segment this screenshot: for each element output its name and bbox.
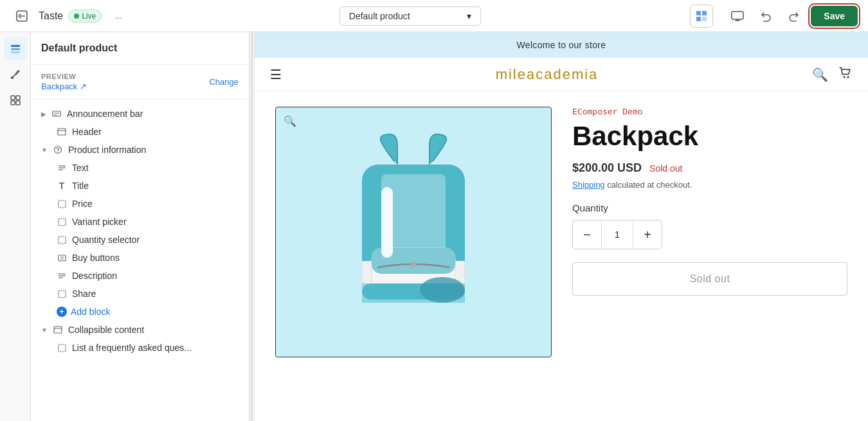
shipping-text: Shipping calculated at checkout. — [572, 180, 847, 190]
buy-buttons-icon — [57, 253, 67, 263]
add-block-label: Add block — [71, 307, 110, 317]
preview-frame: Welcome to our store ☰ mileacademia 🔍 — [255, 32, 868, 421]
resize-handle[interactable] — [249, 32, 255, 421]
more-button[interactable]: ... — [107, 4, 130, 28]
desktop-preview-button[interactable] — [726, 4, 749, 28]
price-icon — [57, 199, 67, 209]
add-block-icon: + — [57, 307, 67, 317]
svg-rect-25 — [59, 237, 66, 244]
svg-rect-13 — [16, 101, 20, 105]
product-section: 🔍 — [255, 91, 868, 373]
sidebar-wrapper: Default product PREVIEW Backpack ↗ Chang… — [0, 32, 249, 421]
sidebar-item-quantity-selector[interactable]: Quantity selector — [31, 231, 249, 249]
quantity-selector-icon — [57, 235, 67, 245]
quantity-increment-button[interactable]: + — [633, 220, 662, 249]
undo-button[interactable] — [754, 4, 777, 28]
sidebar-item-variant-picker[interactable]: Variant picker — [31, 213, 249, 231]
faq-icon — [57, 343, 67, 353]
quantity-control: − 1 + — [572, 220, 662, 249]
product-image — [317, 129, 510, 335]
sidebar-panel: Default product PREVIEW Backpack ↗ Chang… — [31, 32, 249, 421]
svg-point-44 — [411, 262, 416, 267]
quantity-value: 1 — [601, 220, 633, 249]
product-details: EComposer Demo Backpack $200.00 USD Sold… — [572, 107, 847, 357]
store-nav: ☰ mileacademia 🔍 — [255, 58, 868, 91]
svg-point-36 — [844, 76, 845, 78]
svg-rect-45 — [381, 187, 393, 258]
quantity-decrement-button[interactable]: − — [573, 220, 601, 249]
preview-label: PREVIEW — [41, 73, 87, 80]
svg-rect-8 — [11, 51, 20, 53]
sidebar-item-announcement-bar[interactable]: ▶ Announcement bar — [31, 105, 249, 123]
header-icon — [57, 127, 67, 137]
svg-rect-24 — [59, 219, 66, 226]
sidebar-item-text[interactable]: Text — [31, 159, 249, 177]
sidebar-item-price[interactable]: Price — [31, 195, 249, 213]
add-block-button[interactable]: + Add block — [31, 303, 249, 321]
sidebar-item-buy-buttons[interactable]: Buy buttons — [31, 249, 249, 267]
shipping-suffix: calculated at checkout. — [607, 180, 692, 190]
sold-out-button[interactable]: Sold out — [572, 262, 847, 296]
brush-icon-button[interactable] — [4, 63, 27, 86]
sidebar-item-header[interactable]: Header — [31, 123, 249, 141]
logo-text: Taste — [39, 10, 63, 22]
faq-label: List a frequently asked ques... — [72, 343, 192, 353]
top-bar-actions: Save — [726, 4, 858, 28]
buy-buttons-label: Buy buttons — [72, 253, 120, 263]
announcement-bar-label: Announcement bar — [67, 109, 143, 119]
blocks-icon-button[interactable] — [4, 89, 27, 112]
svg-rect-6 — [11, 45, 20, 47]
sidebar-item-title[interactable]: T Title — [31, 177, 249, 195]
zoom-icon[interactable]: 🔍 — [284, 115, 296, 127]
change-button[interactable]: Change — [209, 77, 239, 87]
live-dot — [74, 13, 79, 19]
store-banner-text: Welcome to our store — [517, 40, 606, 50]
product-title: Backpack — [572, 121, 847, 151]
sidebar-item-description[interactable]: Description — [31, 267, 249, 285]
sidebar-item-faq[interactable]: List a frequently asked ques... — [31, 339, 249, 357]
price-text: $200.00 USD — [572, 161, 642, 175]
description-label: Description — [72, 271, 117, 281]
svg-rect-23 — [59, 201, 66, 208]
vendor-name: EComposer Demo — [572, 107, 847, 116]
search-icon[interactable]: 🔍 — [812, 67, 828, 82]
text-label: Text — [72, 163, 89, 173]
collapsible-content-icon — [53, 325, 63, 335]
more-icon: ... — [115, 11, 122, 21]
title-icon: T — [57, 181, 67, 191]
sidebar-content: ▶ Announcement bar — [31, 100, 249, 421]
top-bar: Taste Live ... Default product ▾ — [0, 0, 868, 32]
svg-point-9 — [11, 76, 14, 79]
sidebar-item-collapsible-content[interactable]: ▼ Collapsible content — [31, 321, 249, 339]
svg-rect-33 — [54, 327, 62, 333]
external-link-icon: ↗ — [80, 82, 87, 91]
sidebar-item-product-information[interactable]: ▼ Product information — [31, 141, 249, 159]
announcement-bar-icon — [51, 109, 62, 119]
grid-view-button[interactable] — [690, 4, 713, 28]
sidebar-item-share[interactable]: Share — [31, 285, 249, 303]
product-selector-label: Default product — [349, 11, 410, 21]
variant-picker-label: Variant picker — [72, 217, 127, 227]
store-banner: Welcome to our store — [255, 32, 868, 58]
preview-link[interactable]: Backpack ↗ — [41, 82, 87, 91]
svg-rect-1 — [696, 11, 701, 15]
layers-icon-button[interactable] — [4, 37, 27, 60]
cart-icon[interactable] — [838, 66, 853, 83]
product-info-icon — [53, 145, 63, 155]
title-label: Title — [72, 181, 89, 191]
product-selector[interactable]: Default product ▾ — [339, 6, 481, 26]
svg-rect-32 — [59, 291, 66, 298]
hamburger-icon[interactable]: ☰ — [270, 67, 282, 82]
variant-picker-icon — [57, 217, 67, 227]
save-button[interactable]: Save — [811, 6, 858, 26]
preview-area: Welcome to our store ☰ mileacademia 🔍 — [255, 32, 868, 421]
product-info-label: Product information — [68, 145, 146, 155]
back-button[interactable] — [10, 4, 33, 28]
redo-button[interactable] — [782, 4, 806, 28]
panel-header: Default product — [31, 32, 249, 65]
shipping-link[interactable]: Shipping — [572, 180, 605, 190]
chevron-down-product-icon: ▼ — [41, 147, 48, 154]
price-label: Price — [72, 199, 93, 209]
header-label: Header — [72, 127, 102, 137]
chevron-down-collapsible-icon: ▼ — [41, 327, 48, 334]
